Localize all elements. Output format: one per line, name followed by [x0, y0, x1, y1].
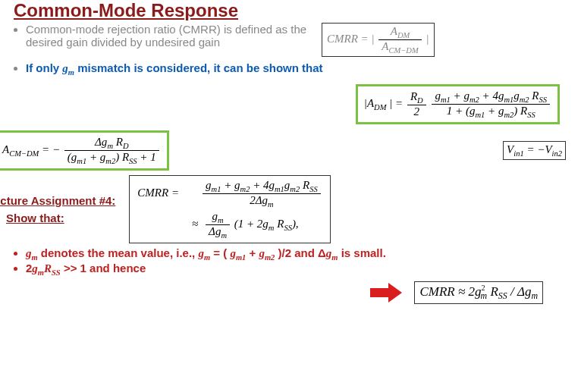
final-sub: m: [481, 290, 488, 301]
show-that-label: Show that:: [6, 212, 120, 224]
final-r: / Δg: [510, 284, 531, 299]
cmrr-def-num: A: [391, 25, 397, 37]
bullet-2a: If only: [26, 61, 62, 74]
adm-den-rest: 1 + (gm1 + gm2) RSS: [432, 105, 550, 119]
b3-e: is small.: [341, 246, 386, 259]
acm-eq: = −: [42, 143, 60, 155]
acm-left-sub: CM−DM: [9, 149, 39, 158]
bullet-1: Common-mode rejection ratio (CMRR) is de…: [26, 23, 314, 49]
vin-ls: in1: [513, 149, 523, 158]
adm-left: |A: [364, 97, 374, 109]
vin-rs: in2: [552, 149, 562, 158]
adm-num-rest: gm1 + gm2 + 4gm1gm2 RSS: [432, 89, 550, 105]
vin-l: V: [507, 143, 513, 155]
vin-m: = −V: [526, 143, 551, 155]
final-rs: m: [531, 290, 538, 301]
vin-box: Vin1 = −Vin2: [503, 141, 566, 160]
adm-left-sub: DM: [374, 103, 386, 111]
acm-den: (gm1 + gm2) RSS + 1: [64, 151, 159, 165]
b3-gm: gm: [26, 247, 38, 259]
cmrr-def-right: |: [426, 33, 429, 45]
final-ms: SS: [498, 290, 507, 301]
assignment-label: ecture Assignment #4:: [0, 194, 115, 207]
arrow-icon: [370, 283, 405, 303]
final-m: R: [490, 284, 498, 299]
cmrr-def-den-sub: CM−DM: [389, 46, 419, 55]
b3-b: = (: [213, 246, 227, 259]
b3-gm2: gm: [198, 247, 210, 259]
cmrr-def-num-sub: DM: [397, 31, 410, 39]
bullets-top: Common-mode rejection ratio (CMRR) is de…: [26, 23, 566, 77]
bullet-2b: mismatch is considered, it can be shown …: [77, 61, 322, 74]
b3-d: )/2 and Δ: [278, 246, 326, 259]
adm-num1: RD: [407, 90, 426, 105]
cmrr-final-box: CMRR ≈ 2g2m RSS / Δgm: [414, 281, 543, 304]
cmrr-approx-den: Δgm: [206, 225, 230, 240]
b3-gm1s: gm1: [230, 247, 246, 259]
acm-dm-box: ACM−DM = − Δgm RD (gm1 + gm2) RSS + 1: [0, 130, 169, 171]
cmrr-def-den: A: [382, 40, 388, 52]
b3-a: denotes the mean value, i.e.,: [41, 246, 199, 259]
b3-dgm: gm: [326, 247, 338, 259]
adm-box: |ADM | = RD 2 gm1 + gm2 + 4gm1gm2 RSS 1 …: [356, 84, 560, 124]
b3-gm2s: gm2: [259, 247, 275, 259]
bullet-2-gm: gm: [62, 62, 74, 74]
adm-d1: 2: [407, 105, 426, 118]
acm-left: A: [2, 143, 9, 155]
b4-rss: RSS: [44, 262, 61, 274]
cmrr-approx-rest: (1 + 2gm RSS),: [234, 218, 299, 230]
cmrr-def-box: CMRR = | ADM ACM−DM |: [322, 23, 435, 57]
acm-num: Δgm RD: [64, 136, 159, 151]
cmrr-full-box: CMRR = gm1 + gm2 + 4gm1gm2 RSS 2Δgm ≈ gm: [129, 175, 330, 243]
slide-title: Common-Mode Response: [14, 0, 566, 21]
cmrr-approx: ≈: [137, 218, 201, 230]
adm-eq: | =: [389, 97, 406, 109]
cmrr-approx-num: gm: [206, 210, 230, 225]
cmrr-full-l1: CMRR =: [137, 187, 198, 199]
b3-c: +: [249, 246, 259, 259]
b4-gm: gm: [32, 262, 44, 274]
cmrr-def-left: CMRR = |: [327, 33, 375, 45]
final-l: CMRR ≈ 2g: [419, 284, 481, 299]
b4-c: >> 1 and hence: [64, 262, 146, 274]
cmrr-full-num: gm1 + gm2 + 4gm1gm2 RSS: [203, 179, 321, 194]
bullets-bottom: gm denotes the mean value, i.e., gm = ( …: [26, 246, 566, 277]
cmrr-full-den: 2Δgm: [203, 194, 321, 209]
